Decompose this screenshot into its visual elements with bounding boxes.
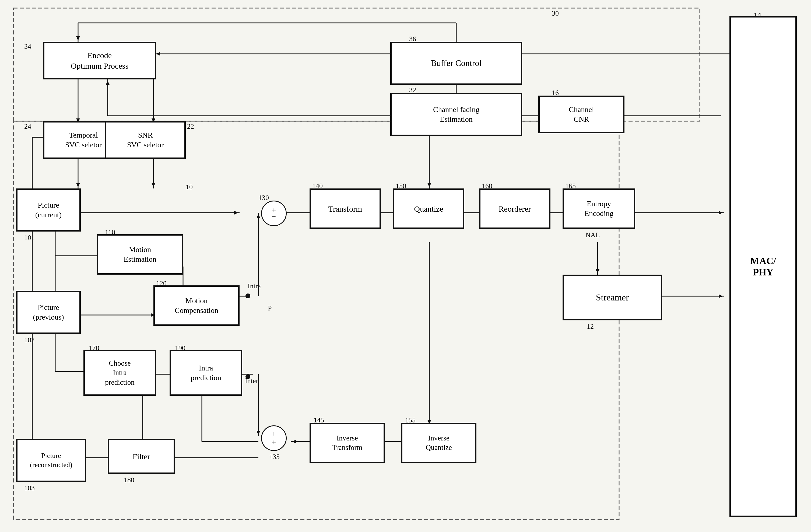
label-36: 36 [409, 35, 416, 43]
inverse-quantize-block: Inverse Quantize [401, 423, 476, 463]
channel-cnr-block: Channel CNR [538, 95, 625, 133]
label-101: 101 [24, 234, 35, 242]
motion-compensation-block: Motion Compensation [153, 285, 240, 326]
svg-marker-71 [427, 183, 431, 187]
label-22: 22 [187, 122, 194, 131]
label-190: 190 [175, 344, 185, 352]
picture-previous-block: Picture (previous) [16, 291, 81, 334]
encode-optimum-block: Encode Optimum Process [43, 42, 156, 79]
label-110: 110 [105, 228, 115, 237]
diagram: Encode Optimum Process 34 Buffer Control… [0, 0, 811, 532]
snr-svc-block: SNR SVC seletor [105, 121, 186, 159]
label-34: 34 [24, 43, 31, 51]
label-10: 10 [186, 183, 193, 191]
label-102: 102 [24, 336, 35, 344]
label-32: 32 [409, 86, 416, 94]
adder-135: ++ [261, 425, 287, 451]
label-12: 12 [587, 322, 594, 331]
transform-block: Transform [309, 188, 381, 229]
svg-marker-9 [152, 183, 155, 187]
motion-estimation-block: Motion Estimation [97, 234, 183, 275]
label-130: 130 [258, 194, 269, 202]
intra-prediction-block: Intra prediction [170, 350, 242, 396]
label-140: 140 [312, 182, 323, 190]
mac-phy-block: MAC/ PHY [730, 16, 797, 517]
label-180: 180 [124, 476, 134, 484]
picture-reconstructed-block: Picture (reconstructed) [16, 439, 86, 482]
label-170: 170 [89, 344, 99, 352]
entropy-encoding-block: Entropy Encoding [563, 188, 635, 229]
svg-marker-69 [257, 431, 260, 435]
label-30: 30 [552, 10, 559, 17]
label-150: 150 [396, 182, 406, 190]
svg-marker-7 [76, 183, 80, 187]
svg-marker-55 [596, 269, 599, 273]
label-24: 24 [24, 122, 31, 131]
inverse-transform-block: Inverse Transform [309, 423, 385, 463]
switch-dot-inter [245, 374, 250, 379]
label-103: 103 [24, 484, 35, 492]
label-120: 120 [156, 279, 167, 288]
svg-marker-53 [719, 211, 723, 215]
label-nal: NAL [585, 231, 600, 239]
filter-block: Filter [108, 439, 175, 474]
svg-marker-63 [292, 440, 296, 443]
channel-fading-block: Channel fading Estimation [390, 93, 522, 136]
svg-marker-57 [719, 294, 723, 298]
label-160: 160 [482, 182, 492, 190]
svg-marker-43 [257, 214, 260, 218]
streamer-block: Streamer [563, 275, 662, 320]
picture-current-block: Picture (current) [16, 188, 81, 231]
buffer-control-block: Buffer Control [390, 42, 522, 85]
quantize-block: Quantize [393, 188, 464, 229]
choose-intra-block: Choose Intra prediction [83, 350, 156, 396]
label-145: 145 [313, 416, 324, 424]
label-p: P [268, 304, 272, 312]
label-165: 165 [565, 182, 576, 190]
svg-marker-25 [234, 211, 238, 215]
label-14: 14 [754, 11, 761, 19]
adder-130: +− [261, 201, 287, 226]
label-135: 135 [269, 453, 280, 461]
label-16: 16 [552, 89, 559, 97]
svg-marker-23 [76, 36, 80, 40]
svg-marker-11 [156, 52, 160, 56]
reorderer-block: Reorderer [479, 188, 550, 229]
label-155: 155 [405, 416, 416, 424]
label-intra: Intra [248, 282, 261, 290]
switch-dot-intra [245, 293, 250, 298]
svg-marker-84 [106, 81, 109, 85]
